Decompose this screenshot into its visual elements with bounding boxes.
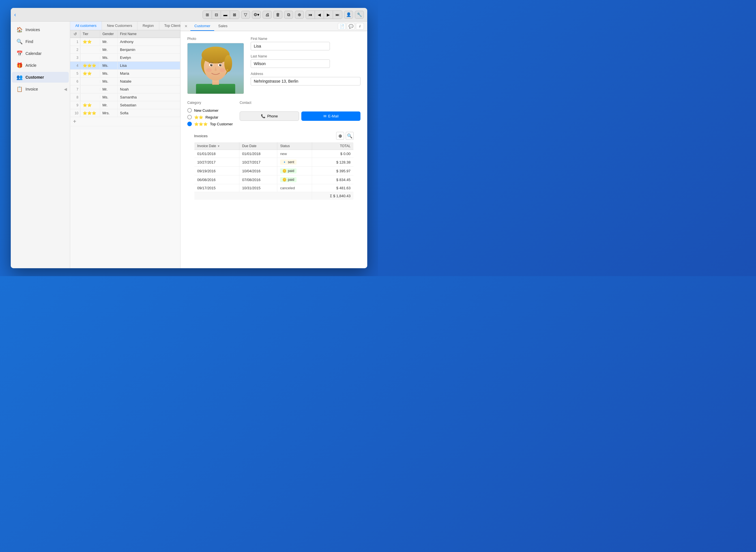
nav-last-btn[interactable]: ⏭ bbox=[333, 11, 342, 19]
table-row[interactable]: 1 ⭐⭐ Mr. Anthony bbox=[70, 38, 180, 46]
nav-prev-btn[interactable]: ◀ bbox=[315, 11, 324, 19]
home-icon: 🏠 bbox=[16, 27, 23, 33]
nav-next-btn[interactable]: ▶ bbox=[324, 11, 333, 19]
table-row[interactable]: 4 ⭐⭐⭐ Ms. Lisa bbox=[70, 62, 180, 70]
email-button[interactable]: ✉ E-Mail bbox=[301, 112, 360, 121]
invoices-title: Invoices bbox=[194, 134, 208, 138]
invoice-grand-total: Σ $ 1,840.43 bbox=[312, 192, 354, 200]
sidebar-item-article-label: Article bbox=[25, 63, 36, 67]
row-gender: Ms. bbox=[100, 93, 118, 101]
row-gender: Mr. bbox=[100, 101, 118, 109]
detail-tab-icons: 📄 💬 i bbox=[338, 23, 366, 30]
row-gender: Ms. bbox=[100, 62, 118, 69]
detail-tab-chat[interactable]: 💬 bbox=[347, 23, 355, 30]
invoice-row[interactable]: 01/01/2018 01/01/2018 new $ 0.00 bbox=[194, 150, 354, 158]
category-top-label: Top Customer bbox=[210, 122, 233, 126]
table-row[interactable]: 7 Mr. Noah bbox=[70, 86, 180, 93]
sidebar-item-invoices[interactable]: 🏠 Invoices bbox=[12, 24, 69, 35]
user-btn[interactable]: 👤 bbox=[344, 11, 353, 19]
tab-region[interactable]: Region bbox=[138, 21, 159, 30]
detail-panel: ✕ Customer Sales 📄 💬 i Photo bbox=[180, 21, 367, 268]
invoice-total-row: Σ $ 1,840.43 bbox=[194, 192, 354, 200]
add-row-btn[interactable]: + bbox=[70, 117, 180, 126]
filter-btn[interactable]: ▽ bbox=[241, 11, 250, 19]
copy-btn[interactable]: ⧉ bbox=[284, 11, 293, 19]
last-name-input[interactable] bbox=[251, 59, 330, 68]
radio-new bbox=[187, 108, 192, 113]
detail-tab-doc[interactable]: 📄 bbox=[338, 23, 346, 30]
wrench-btn[interactable]: 🔧 bbox=[355, 11, 364, 19]
inv-total: $ 834.45 bbox=[312, 175, 354, 184]
row-num: 6 bbox=[70, 78, 81, 85]
invoice-row[interactable]: 09/17/2015 10/31/2015 canceled $ 481.63 bbox=[194, 184, 354, 192]
row-firstname: Natalie bbox=[118, 78, 180, 85]
category-new-label: New Customer bbox=[194, 108, 218, 113]
nav-first-btn[interactable]: ⏮ bbox=[306, 11, 315, 19]
table-row[interactable]: 8 Ms. Samantha bbox=[70, 93, 180, 101]
sidebar-item-invoice[interactable]: 📋 Invoice ◀ bbox=[12, 84, 69, 95]
sidebar-item-calendar[interactable]: 📅 Calendar bbox=[12, 48, 69, 59]
row-tier bbox=[81, 88, 100, 91]
invoices-table: Invoice Date ▼ Due Date Status TOTAL bbox=[194, 142, 354, 200]
category-top[interactable]: ⭐⭐⭐ Top Customer bbox=[187, 122, 233, 126]
chart-view-btn[interactable]: ▬ bbox=[221, 11, 230, 19]
row-firstname: Lisa bbox=[118, 62, 180, 69]
sidebar-item-customer[interactable]: 👥 Customer bbox=[12, 72, 69, 83]
category-label: Category bbox=[187, 101, 233, 105]
calendar-icon: 📅 bbox=[16, 50, 23, 56]
list-view-btn[interactable]: ⊞ bbox=[203, 11, 212, 19]
sidebar-item-find-label: Find bbox=[25, 39, 33, 44]
phone-icon: 📞 bbox=[261, 114, 265, 118]
row-firstname: Noah bbox=[118, 86, 180, 93]
row-tier bbox=[81, 48, 100, 51]
last-name-label: Last Name bbox=[251, 54, 360, 58]
tabs-bar: All customers New Customers Region Top C… bbox=[70, 21, 180, 30]
tab-new-customers[interactable]: New Customers bbox=[102, 21, 138, 30]
customer-photo bbox=[187, 43, 244, 94]
add-btn[interactable]: ⊕ bbox=[295, 11, 304, 19]
inv-status: 🪙 paid bbox=[277, 167, 312, 175]
row-num: 1 bbox=[70, 38, 81, 45]
tab-all-customers[interactable]: All customers bbox=[70, 21, 102, 30]
th-invoice-date: Invoice Date ▼ bbox=[194, 142, 240, 150]
table-row[interactable]: 5 ⭐⭐ Ms. Maria bbox=[70, 70, 180, 78]
sidebar-item-article[interactable]: 🎁 Article bbox=[12, 60, 69, 71]
phone-button[interactable]: 📞 Phone bbox=[240, 112, 299, 121]
table-row[interactable]: 9 ⭐⭐ Mr. Sebastian bbox=[70, 101, 180, 109]
table-row[interactable]: 10 ⭐⭐⭐ Mrs. Sofia bbox=[70, 109, 180, 117]
detail-tab-customer[interactable]: Customer bbox=[190, 21, 214, 31]
print-btn[interactable]: 🖨 bbox=[263, 11, 272, 19]
refresh-btn[interactable]: ↺ bbox=[70, 30, 81, 38]
total-empty bbox=[194, 192, 312, 200]
inv-total: $ 395.97 bbox=[312, 167, 354, 175]
detail-tab-close[interactable]: ✕ bbox=[182, 22, 190, 30]
table-row[interactable]: 6 Ms. Natalie bbox=[70, 78, 180, 86]
inv-due: 07/08/2016 bbox=[239, 175, 277, 184]
invoice-search-btn[interactable]: 🔍 bbox=[346, 132, 354, 140]
table-row[interactable]: 2 Mr. Benjamin bbox=[70, 46, 180, 54]
address-input[interactable] bbox=[251, 77, 360, 86]
back-button[interactable]: ‹ bbox=[14, 11, 16, 18]
row-tier bbox=[81, 96, 100, 99]
first-name-input[interactable] bbox=[251, 42, 330, 50]
invoices-header: Invoices ⊕ 🔍 bbox=[194, 132, 354, 140]
row-gender: Ms. bbox=[100, 54, 118, 61]
table-row[interactable]: 3 Ms. Evelyn bbox=[70, 54, 180, 62]
invoice-row[interactable]: 10/27/2017 10/27/2017 🔹 sent $ 128.38 bbox=[194, 158, 354, 167]
invoice-row[interactable]: 06/08/2016 07/08/2016 🪙 paid $ 834.45 bbox=[194, 175, 354, 184]
category-new[interactable]: New Customer bbox=[187, 108, 233, 113]
row-firstname: Evelyn bbox=[118, 54, 180, 61]
table-view-btn[interactable]: ⊠ bbox=[230, 11, 239, 19]
row-firstname: Sofia bbox=[118, 109, 180, 117]
invoice-add-btn[interactable]: ⊕ bbox=[336, 132, 344, 140]
sidebar-item-find[interactable]: 🔍 Find bbox=[12, 36, 69, 47]
detail-tab-info[interactable]: i bbox=[356, 23, 364, 30]
invoice-row[interactable]: 09/19/2016 10/04/2016 🪙 paid $ 395.97 bbox=[194, 167, 354, 175]
trash-btn[interactable]: 🗑 bbox=[273, 11, 282, 19]
detail-tab-sales[interactable]: Sales bbox=[214, 21, 232, 31]
row-gender: Mrs. bbox=[100, 109, 118, 117]
category-regular[interactable]: ⭐⭐ Regular bbox=[187, 115, 233, 119]
grid-view-btn[interactable]: ⊟ bbox=[212, 11, 221, 19]
nav-group: ⏮ ◀ ▶ ⏭ bbox=[306, 10, 342, 19]
gear-btn[interactable]: ⚙▾ bbox=[252, 11, 261, 19]
